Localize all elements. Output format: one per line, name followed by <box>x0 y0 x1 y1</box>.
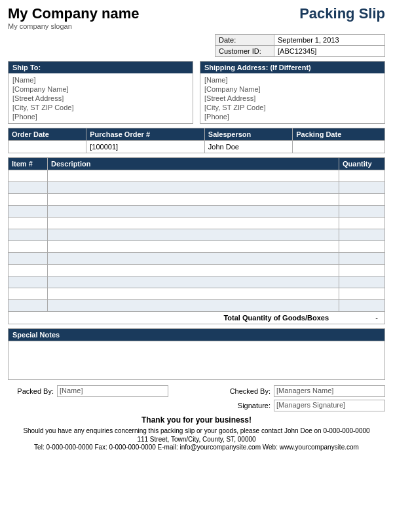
meta-date-row: Date: September 1, 2013 <box>215 35 385 46</box>
date-label: Date: <box>215 35 274 46</box>
quantity-cell <box>339 300 385 312</box>
ship-addr-company: [Company Name] <box>204 85 381 94</box>
quantity-cell <box>339 265 385 276</box>
packed-by-input[interactable]: [Name] <box>57 385 168 397</box>
description-cell <box>48 253 339 265</box>
description-cell <box>48 241 339 253</box>
signature-input[interactable]: [Managers Signature] <box>274 400 385 411</box>
shipping-address-header: Shipping Address: (If Different) <box>200 62 384 73</box>
quantity-cell <box>339 206 385 218</box>
table-row <box>9 229 385 241</box>
ship-to-body: [Name] [Company Name] [Street Address] [… <box>9 73 193 123</box>
sig-right-col: Checked By: [Managers Name] Signature: [… <box>225 385 385 411</box>
shipping-address-body: [Name] [Company Name] [Street Address] [… <box>200 73 384 123</box>
quantity-cell <box>339 170 385 182</box>
special-notes-header: Special Notes <box>8 328 385 341</box>
meta-section: Date: September 1, 2013 Customer ID: [AB… <box>8 34 385 57</box>
description-cell <box>48 229 339 241</box>
ship-addr-city: [City, ST ZIP Code] <box>204 103 381 112</box>
quantity-cell <box>339 241 385 253</box>
ship-to-name: [Name] <box>12 75 189 85</box>
table-row <box>9 182 385 194</box>
purchase-order-value: [100001] <box>86 141 205 153</box>
table-row <box>9 241 385 253</box>
item-num-cell <box>9 218 48 229</box>
special-notes-section: Special Notes <box>8 328 385 380</box>
signature-section: Packed By: [Name] Checked By: [Managers … <box>8 385 385 411</box>
date-value: September 1, 2013 <box>274 35 385 46</box>
order-date-value <box>9 141 86 153</box>
doc-title: Packing Slip <box>299 5 385 22</box>
address-section: Ship To: [Name] [Company Name] [Street A… <box>8 61 385 124</box>
checked-by-label: Checked By: <box>225 387 274 395</box>
sig-left-col: Packed By: [Name] <box>8 385 168 411</box>
table-row <box>9 276 385 288</box>
order-info-table: Order Date Purchase Order # Salesperson … <box>8 128 385 153</box>
item-num-cell <box>9 241 48 253</box>
special-notes-body <box>8 341 385 380</box>
item-num-cell <box>9 194 48 206</box>
header: My Company name My company slogan Packin… <box>8 5 385 30</box>
ship-addr-name: [Name] <box>204 75 381 85</box>
meta-table: Date: September 1, 2013 Customer ID: [AB… <box>215 34 385 57</box>
ship-to-company: [Company Name] <box>12 85 189 94</box>
order-date-header: Order Date <box>9 128 86 141</box>
footer-contact: Should you have any enquiries concerning… <box>8 427 385 434</box>
ship-addr-phone: [Phone] <box>204 112 381 121</box>
items-table: Item # Description Quantity <box>8 157 385 312</box>
description-cell <box>48 276 339 288</box>
table-row <box>9 253 385 265</box>
item-num-cell <box>9 229 48 241</box>
packed-by-row: Packed By: [Name] <box>8 385 168 397</box>
ship-to-city: [City, ST ZIP Code] <box>12 103 189 112</box>
quantity-cell <box>339 276 385 288</box>
packing-date-value <box>293 141 385 153</box>
footer-address: 111 Street, Town/City, County, ST, 00000 <box>8 436 385 443</box>
total-value: - <box>342 314 381 322</box>
table-row <box>9 170 385 182</box>
quantity-cell <box>339 288 385 300</box>
ship-to-phone: [Phone] <box>12 112 189 121</box>
item-num-cell <box>9 206 48 218</box>
item-num-cell <box>9 170 48 182</box>
description-cell <box>48 218 339 229</box>
quantity-cell <box>339 218 385 229</box>
customer-id-label: Customer ID: <box>215 46 274 57</box>
quantity-cell <box>339 182 385 194</box>
total-label: Total Quantity of Goods/Boxes <box>223 314 329 322</box>
thank-you: Thank you for your business! <box>8 415 385 425</box>
customer-id-value: [ABC12345] <box>274 46 385 57</box>
checked-by-row: Checked By: [Managers Name] <box>225 385 385 397</box>
description-cell <box>48 194 339 206</box>
meta-customer-row: Customer ID: [ABC12345] <box>215 46 385 57</box>
footer-contact2: Tel: 0-000-000-0000 Fax: 0-000-000-0000 … <box>8 444 385 451</box>
company-info: My Company name My company slogan <box>8 5 140 30</box>
ship-to-street: [Street Address] <box>12 94 189 103</box>
items-header-row: Item # Description Quantity <box>9 158 385 170</box>
quantity-cell <box>339 229 385 241</box>
checked-by-input[interactable]: [Managers Name] <box>274 385 385 397</box>
item-num-cell <box>9 288 48 300</box>
quantity-cell <box>339 253 385 265</box>
quantity-header: Quantity <box>339 158 385 170</box>
description-cell <box>48 182 339 194</box>
description-cell <box>48 265 339 276</box>
table-row <box>9 206 385 218</box>
quantity-cell <box>339 194 385 206</box>
description-cell <box>48 206 339 218</box>
salesperson-value: John Doe <box>204 141 292 153</box>
packing-date-header: Packing Date <box>293 128 385 141</box>
company-slogan: My company slogan <box>8 22 140 30</box>
table-row <box>9 300 385 312</box>
table-row <box>9 288 385 300</box>
signature-label: Signature: <box>225 402 274 409</box>
description-cell <box>48 300 339 312</box>
purchase-order-header: Purchase Order # <box>86 128 205 141</box>
order-data-row: [100001] John Doe <box>9 141 385 153</box>
item-num-cell <box>9 300 48 312</box>
item-num-cell <box>9 276 48 288</box>
item-num-header: Item # <box>9 158 48 170</box>
ship-to-header: Ship To: <box>9 62 193 73</box>
ship-addr-street: [Street Address] <box>204 94 381 103</box>
ship-to-box: Ship To: [Name] [Company Name] [Street A… <box>8 61 193 124</box>
